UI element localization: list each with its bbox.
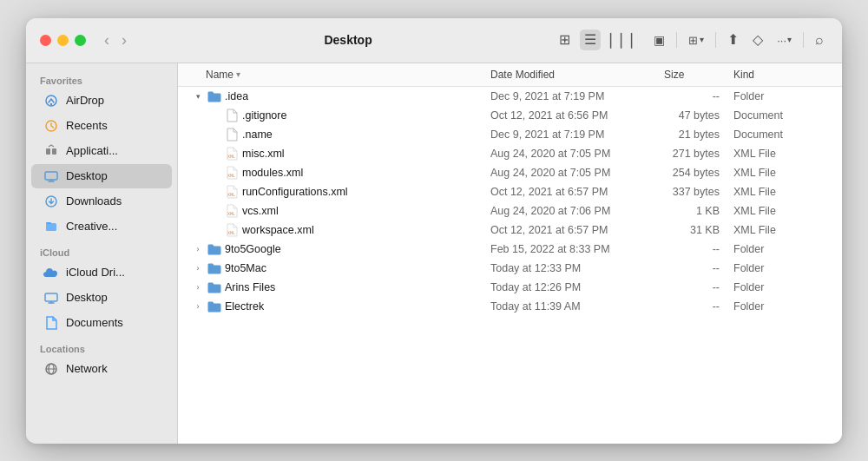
- file-name-text: 9to5Google: [225, 243, 281, 255]
- file-name-text: misc.xml: [242, 148, 285, 160]
- svg-rect-7: [46, 223, 56, 231]
- file-icon: [207, 261, 221, 275]
- forward-button[interactable]: ›: [117, 30, 131, 49]
- creative-label: Creative...: [66, 220, 117, 233]
- maximize-button[interactable]: [75, 35, 86, 46]
- svg-rect-9: [45, 293, 57, 301]
- file-name-text: Arins Files: [225, 281, 275, 293]
- file-date-cell: Today at 12:26 PM: [490, 281, 664, 293]
- svg-rect-4: [52, 148, 56, 155]
- sidebar-item-creative[interactable]: Creative...: [31, 214, 172, 239]
- table-row[interactable]: › 9to5Mac Today at 12:33 PM -- Folder: [178, 259, 842, 278]
- view-gallery-button[interactable]: ▣: [649, 30, 669, 49]
- sidebar-item-icloud-desktop[interactable]: Desktop: [31, 286, 172, 310]
- view-columns-button[interactable]: ▏▏▏: [606, 30, 644, 50]
- tag-button[interactable]: ◇: [748, 30, 767, 50]
- sidebar-item-icloud-drive[interactable]: iCloud Dri...: [31, 260, 172, 285]
- table-row[interactable]: XML vcs.xml Aug 24, 2020 at 7:06 PM 1 KB…: [178, 201, 842, 221]
- group-button[interactable]: ⊞▾: [684, 31, 708, 49]
- col-header-date[interactable]: Date Modified: [490, 69, 664, 81]
- file-date-cell: Aug 24, 2020 at 7:06 PM: [490, 205, 664, 217]
- file-date-cell: Oct 12, 2021 at 6:57 PM: [490, 186, 664, 198]
- locations-label: Locations: [26, 340, 177, 356]
- file-list: ▾ .idea Dec 9, 2021 at 7:19 PM -- Folder…: [178, 87, 842, 444]
- main-layout: Favorites AirDrop: [26, 63, 842, 444]
- favorites-label: Favorites: [26, 72, 177, 88]
- file-size-cell: --: [664, 90, 733, 102]
- minimize-button[interactable]: [57, 35, 69, 46]
- expand-button[interactable]: ▾: [192, 90, 204, 102]
- table-row[interactable]: XML modules.xml Aug 24, 2020 at 7:05 PM …: [178, 163, 842, 182]
- expand-button[interactable]: [209, 186, 221, 198]
- sidebar-item-downloads[interactable]: Downloads: [31, 189, 172, 214]
- sidebar-item-recents[interactable]: Recents: [31, 114, 172, 138]
- view-grid-button[interactable]: ⊞: [555, 30, 575, 50]
- sidebar-item-applications[interactable]: Applicati...: [31, 139, 172, 163]
- svg-rect-8: [46, 222, 51, 224]
- share-button[interactable]: ⬆: [723, 30, 743, 50]
- col-header-kind[interactable]: Kind: [733, 69, 842, 81]
- expand-button[interactable]: ›: [192, 262, 204, 274]
- table-row[interactable]: › Arins Files Today at 12:26 PM -- Folde…: [178, 278, 842, 297]
- sidebar-item-documents[interactable]: Documents: [31, 311, 172, 335]
- table-row[interactable]: XML runConfigurations.xml Oct 12, 2021 a…: [178, 182, 842, 201]
- table-row[interactable]: XML workspace.xml Oct 12, 2021 at 6:57 P…: [178, 221, 842, 240]
- file-name-cell: XML misc.xml: [178, 147, 490, 161]
- table-row[interactable]: .gitignore Oct 12, 2021 at 6:56 PM 47 by…: [178, 106, 842, 125]
- expand-button[interactable]: [209, 224, 221, 236]
- more-button[interactable]: ···▾: [773, 31, 796, 49]
- table-row[interactable]: › 9to5Google Feb 15, 2022 at 8:33 PM -- …: [178, 240, 842, 259]
- column-headers: Name ▾ Date Modified Size Kind: [178, 63, 842, 87]
- expand-button[interactable]: [209, 109, 221, 122]
- locations-section: Locations Network: [26, 340, 177, 381]
- file-kind-cell: XML File: [733, 186, 842, 198]
- file-date-cell: Aug 24, 2020 at 7:05 PM: [490, 148, 664, 160]
- toolbar-actions: ⊞ ☰ ▏▏▏ ▣ ⊞▾ ⬆ ◇ ···▾ ⌕: [555, 30, 828, 50]
- close-button[interactable]: [40, 35, 51, 46]
- sidebar-item-airdrop[interactable]: AirDrop: [31, 89, 172, 113]
- expand-button[interactable]: ›: [192, 243, 204, 255]
- file-name-text: .name: [242, 128, 273, 141]
- file-kind-cell: Folder: [733, 90, 842, 102]
- expand-button[interactable]: [209, 167, 221, 179]
- expand-button[interactable]: ›: [192, 300, 204, 313]
- table-row[interactable]: › Electrek Today at 11:39 AM -- Folder: [178, 297, 842, 316]
- applications-label: Applicati...: [66, 144, 118, 157]
- file-kind-cell: Document: [733, 128, 842, 141]
- file-size-cell: 254 bytes: [664, 167, 733, 179]
- file-name-text: .gitignore: [242, 109, 286, 122]
- file-kind-cell: Document: [733, 109, 842, 122]
- file-name-cell: XML vcs.xml: [178, 204, 490, 218]
- file-date-cell: Oct 12, 2021 at 6:56 PM: [490, 109, 664, 122]
- svg-text:XML: XML: [227, 230, 235, 235]
- icloud-desktop-icon: [43, 290, 59, 306]
- file-date-cell: Oct 12, 2021 at 6:57 PM: [490, 224, 664, 236]
- back-button[interactable]: ‹: [100, 30, 114, 49]
- file-size-cell: 47 bytes: [664, 109, 733, 122]
- sidebar-item-network[interactable]: Network: [31, 357, 172, 381]
- titlebar: ‹ › Desktop ⊞ ☰ ▏▏▏ ▣ ⊞▾ ⬆ ◇ ···▾ ⌕: [26, 18, 842, 63]
- expand-button[interactable]: [209, 148, 221, 160]
- expand-button[interactable]: [209, 205, 221, 217]
- col-header-size[interactable]: Size: [664, 69, 733, 81]
- finder-window: ‹ › Desktop ⊞ ☰ ▏▏▏ ▣ ⊞▾ ⬆ ◇ ···▾ ⌕ Favo…: [26, 18, 842, 444]
- sidebar-item-desktop[interactable]: Desktop: [31, 164, 172, 188]
- expand-button[interactable]: ›: [192, 281, 204, 293]
- expand-button[interactable]: [209, 128, 221, 141]
- downloads-icon: [43, 194, 59, 209]
- toolbar-separator: [676, 32, 677, 48]
- file-kind-cell: Folder: [733, 281, 842, 293]
- file-name-text: workspace.xml: [242, 224, 314, 236]
- file-name-text: 9to5Mac: [225, 262, 266, 274]
- search-button[interactable]: ⌕: [811, 30, 828, 50]
- file-kind-cell: XML File: [733, 205, 842, 217]
- file-date-cell: Today at 11:39 AM: [490, 300, 664, 313]
- file-name-cell: XML modules.xml: [178, 166, 490, 180]
- file-size-cell: --: [664, 262, 733, 274]
- table-row[interactable]: XML misc.xml Aug 24, 2020 at 7:05 PM 271…: [178, 144, 842, 163]
- table-row[interactable]: .name Dec 9, 2021 at 7:19 PM 21 bytes Do…: [178, 125, 842, 144]
- col-header-name[interactable]: Name ▾: [178, 69, 490, 81]
- file-date-cell: Dec 9, 2021 at 7:19 PM: [490, 128, 664, 141]
- view-list-button[interactable]: ☰: [580, 30, 601, 50]
- table-row[interactable]: ▾ .idea Dec 9, 2021 at 7:19 PM -- Folder: [178, 87, 842, 106]
